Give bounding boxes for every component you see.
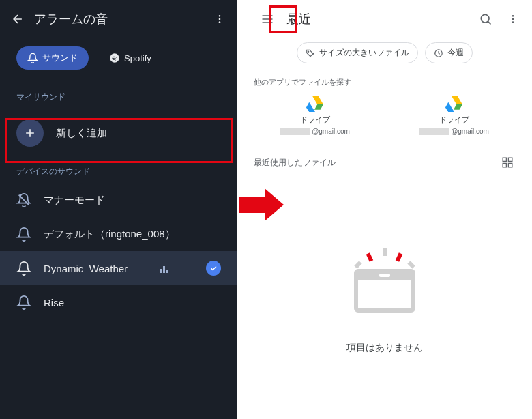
equalizer-icon — [160, 263, 168, 273]
back-button[interactable] — [8, 10, 27, 29]
check-icon — [209, 264, 218, 272]
spotify-icon — [109, 53, 120, 63]
search-button[interactable] — [477, 11, 494, 27]
bell-icon — [16, 261, 31, 276]
svg-rect-20 — [407, 261, 415, 268]
search-icon — [479, 12, 492, 26]
sound-rise[interactable]: Rise — [0, 285, 237, 319]
chip-this-week[interactable]: 今週 — [425, 42, 473, 63]
sound-silent[interactable]: マナーモード — [0, 183, 237, 217]
svg-rect-16 — [366, 252, 374, 261]
chip-large-label: サイズの大きいファイル — [319, 47, 409, 59]
drive-name: ドライブ — [300, 115, 330, 125]
more-vert-icon — [507, 14, 518, 25]
tag-icon — [306, 48, 315, 58]
plus-icon — [23, 126, 37, 140]
sound-silent-label: マナーモード — [44, 194, 105, 207]
view-grid-button[interactable] — [499, 154, 516, 171]
empty-box-icon — [330, 233, 439, 328]
hamburger-icon — [261, 12, 274, 26]
svg-rect-10 — [509, 158, 512, 161]
left-title: アラームの音 — [34, 11, 210, 27]
bell-icon — [27, 53, 38, 63]
svg-point-7 — [512, 21, 514, 23]
empty-state: 項目はありません — [237, 176, 532, 419]
recent-files-row: 最近使用したファイル — [237, 149, 532, 176]
drive-icon — [306, 96, 325, 112]
svg-rect-17 — [383, 248, 387, 256]
drive-account: @gmail.com — [419, 128, 489, 135]
left-header: アラームの音 — [0, 0, 237, 38]
drive-account-2[interactable]: ドライブ @gmail.com — [407, 96, 502, 135]
svg-point-4 — [481, 14, 489, 23]
chip-large-files[interactable]: サイズの大きいファイル — [297, 42, 418, 63]
svg-rect-15 — [379, 274, 390, 277]
chip-sound-label: サウンド — [42, 52, 78, 64]
email-mask — [419, 128, 449, 135]
back-arrow-icon — [11, 12, 25, 26]
svg-point-6 — [512, 18, 514, 20]
chip-spotify-label: Spotify — [124, 53, 151, 63]
add-new-label: 新しく追加 — [56, 127, 107, 140]
source-chips: サウンド Spotify — [0, 38, 237, 83]
right-header: 最近 — [237, 0, 532, 38]
svg-rect-9 — [503, 158, 506, 161]
svg-point-0 — [219, 15, 221, 17]
svg-rect-12 — [509, 164, 512, 167]
filter-chips: サイズの大きいファイル 今週 — [237, 38, 532, 74]
email-mask — [280, 128, 310, 135]
sound-dynamic-weather[interactable]: Dynamic_Weather — [0, 251, 237, 285]
svg-point-1 — [219, 18, 221, 20]
chip-week-label: 今週 — [447, 47, 464, 59]
add-circle — [16, 119, 44, 147]
find-other-apps-label: 他のアプリでファイルを探す — [237, 74, 532, 90]
drive-icon — [445, 96, 464, 112]
drive-account: @gmail.com — [280, 128, 350, 135]
email-domain: @gmail.com — [312, 128, 350, 135]
recent-files-label: 最近使用したファイル — [254, 157, 499, 169]
section-my-sound: マイサウンド — [0, 83, 237, 109]
app-sources: ドライブ @gmail.com ドライブ @gmail.com — [237, 90, 532, 149]
bell-off-icon — [16, 192, 31, 207]
drive-account-1[interactable]: ドライブ @gmail.com — [267, 96, 363, 135]
sound-default-label: デフォルト（ringtone_008） — [44, 228, 175, 241]
file-picker-panel: 最近 サイズの大きいファイル 今週 他のアプリでファイルを探す ドライブ — [237, 0, 532, 419]
history-icon — [434, 48, 443, 58]
svg-rect-19 — [354, 261, 361, 268]
chip-sound[interactable]: サウンド — [16, 46, 89, 70]
sound-rise-label: Rise — [44, 297, 64, 308]
bell-icon — [16, 227, 31, 242]
right-more-button[interactable] — [505, 11, 521, 27]
chip-spotify[interactable]: Spotify — [98, 46, 162, 70]
email-domain: @gmail.com — [451, 128, 489, 135]
empty-text: 項目はありません — [346, 342, 423, 354]
left-more-button[interactable] — [210, 10, 229, 29]
section-device-sound: デバイスのサウンド — [0, 158, 237, 183]
alarm-sound-panel: アラームの音 サウンド Spotify マイサウンド 新しく追加 デバイスのサウ… — [0, 0, 237, 419]
drive-name: ドライブ — [439, 115, 469, 125]
bell-icon — [16, 295, 31, 310]
svg-point-5 — [512, 15, 514, 17]
hamburger-button[interactable] — [259, 11, 276, 27]
svg-point-8 — [308, 51, 309, 52]
sound-default[interactable]: デフォルト（ringtone_008） — [0, 217, 237, 251]
sound-dynamic-label: Dynamic_Weather — [44, 263, 128, 274]
svg-rect-18 — [396, 252, 403, 261]
svg-rect-11 — [503, 164, 506, 167]
selected-check — [206, 261, 221, 276]
more-vert-icon — [214, 14, 225, 25]
grid-icon — [501, 156, 514, 169]
add-new-sound[interactable]: 新しく追加 — [0, 109, 237, 158]
svg-point-2 — [219, 21, 221, 23]
right-title: 最近 — [286, 11, 467, 27]
